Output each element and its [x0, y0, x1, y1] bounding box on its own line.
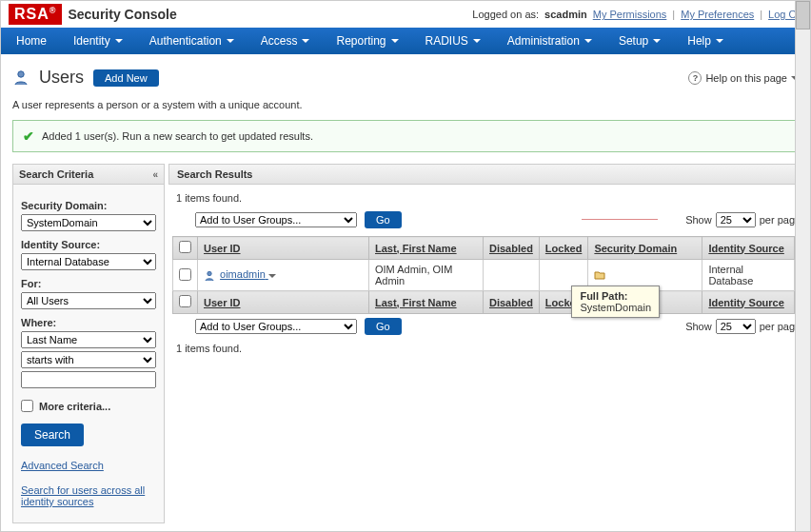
username: scadmin — [544, 9, 587, 20]
nav-identity[interactable]: Identity — [73, 34, 123, 48]
col-identity-source[interactable]: Identity Source — [702, 291, 795, 314]
folder-icon — [594, 270, 605, 282]
chevron-down-icon — [268, 274, 276, 278]
select-all-checkbox-bottom[interactable] — [179, 295, 191, 307]
my-permissions-link[interactable]: My Permissions — [593, 9, 667, 20]
logged-on-label: Logged on as: — [472, 9, 539, 20]
user-icon — [204, 270, 215, 282]
security-domain-tooltip: Full Path: SystemDomain — [571, 286, 660, 318]
page-description: A user represents a person or a system w… — [12, 97, 799, 120]
add-new-button[interactable]: Add New — [93, 69, 159, 87]
per-page-select-top[interactable]: 25 — [716, 212, 756, 227]
cell-disabled — [484, 260, 540, 291]
identity-source-select[interactable]: Internal Database — [21, 253, 156, 270]
nav-help[interactable]: Help — [687, 34, 723, 48]
search-results-header: Search Results — [168, 164, 799, 185]
search-criteria-header: Search Criteria — [19, 168, 93, 180]
check-icon: ✔ — [23, 128, 34, 144]
row-checkbox[interactable] — [179, 268, 191, 281]
results-table: User ID Last, First Name Disabled Locked… — [172, 236, 795, 314]
items-found-top: 1 items found. — [176, 192, 795, 204]
security-domain-label: Security Domain: — [21, 200, 156, 211]
page-title: Users — [39, 68, 84, 88]
advanced-search-link[interactable]: Advanced Search — [21, 460, 156, 471]
chevron-down-icon — [473, 39, 481, 43]
nav-radius[interactable]: RADIUS — [425, 34, 481, 48]
where-value-input[interactable] — [21, 371, 156, 388]
app-title: Security Console — [68, 7, 176, 22]
success-message: ✔ Added 1 user(s). Run a new search to g… — [12, 120, 799, 152]
chevron-down-icon — [302, 39, 309, 43]
nav-home[interactable]: Home — [16, 34, 47, 48]
security-domain-select[interactable]: SystemDomain — [21, 214, 156, 231]
main-nav: Home Identity Authentication Access Repo… — [1, 28, 810, 54]
nav-access[interactable]: Access — [261, 34, 310, 48]
col-disabled[interactable]: Disabled — [484, 291, 540, 314]
identity-source-label: Identity Source: — [21, 239, 156, 250]
cell-identity-source: Internal Database — [702, 260, 795, 291]
col-name[interactable]: Last, First Name — [369, 237, 484, 260]
per-page-select-bottom[interactable]: 25 — [716, 319, 756, 334]
scrollbar[interactable] — [795, 1, 810, 531]
bulk-action-select-bottom[interactable]: Add to User Groups... — [195, 319, 357, 334]
col-security-domain[interactable]: Security Domain — [588, 237, 702, 260]
my-preferences-link[interactable]: My Preferences — [681, 9, 754, 20]
collapse-sidebar-icon[interactable]: « — [152, 169, 158, 180]
chevron-down-icon — [653, 39, 661, 43]
search-across-sources-link[interactable]: Search for users across all identity sou… — [21, 484, 156, 507]
cell-name: OIM Admin, OIM Admin — [369, 260, 484, 291]
more-criteria-checkbox[interactable] — [21, 400, 33, 412]
col-name[interactable]: Last, First Name — [369, 291, 484, 314]
brand-logo: RSA® — [9, 4, 62, 25]
chevron-down-icon — [391, 39, 399, 43]
for-label: For: — [21, 278, 156, 289]
help-icon: ? — [688, 71, 702, 85]
bulk-action-select-top[interactable]: Add to User Groups... — [195, 212, 357, 227]
where-field-select[interactable]: Last Name — [21, 331, 156, 348]
chevron-down-icon — [115, 39, 123, 43]
more-criteria-label: More criteria... — [39, 401, 110, 412]
chevron-down-icon — [227, 39, 234, 43]
items-found-bottom: 1 items found. — [176, 343, 795, 354]
svg-point-0 — [18, 70, 24, 76]
table-row: oimadmin OIM Admin, OIM Admin Internal D… — [173, 260, 795, 291]
nav-setup[interactable]: Setup — [619, 34, 661, 48]
nav-reporting[interactable]: Reporting — [336, 34, 398, 48]
nav-administration[interactable]: Administration — [507, 34, 592, 48]
select-all-checkbox[interactable] — [179, 241, 191, 253]
for-select[interactable]: All Users — [21, 292, 156, 309]
go-button-top[interactable]: Go — [365, 211, 402, 228]
chevron-down-icon — [716, 39, 723, 43]
col-user-id[interactable]: User ID — [198, 291, 369, 314]
nav-authentication[interactable]: Authentication — [149, 34, 234, 48]
where-op-select[interactable]: starts with — [21, 351, 156, 368]
chevron-down-icon — [584, 39, 592, 43]
user-id-link[interactable]: oimadmin — [220, 268, 276, 280]
decorative-line — [582, 219, 658, 220]
col-disabled[interactable]: Disabled — [484, 237, 540, 260]
go-button-bottom[interactable]: Go — [365, 318, 402, 335]
help-on-page-link[interactable]: ? Help on this page — [688, 71, 799, 85]
where-label: Where: — [21, 317, 156, 328]
col-identity-source[interactable]: Identity Source — [702, 237, 795, 260]
search-button[interactable]: Search — [21, 424, 84, 446]
col-user-id[interactable]: User ID — [198, 237, 369, 260]
col-locked[interactable]: Locked — [539, 237, 588, 260]
user-icon — [12, 69, 30, 87]
svg-point-1 — [208, 271, 211, 275]
